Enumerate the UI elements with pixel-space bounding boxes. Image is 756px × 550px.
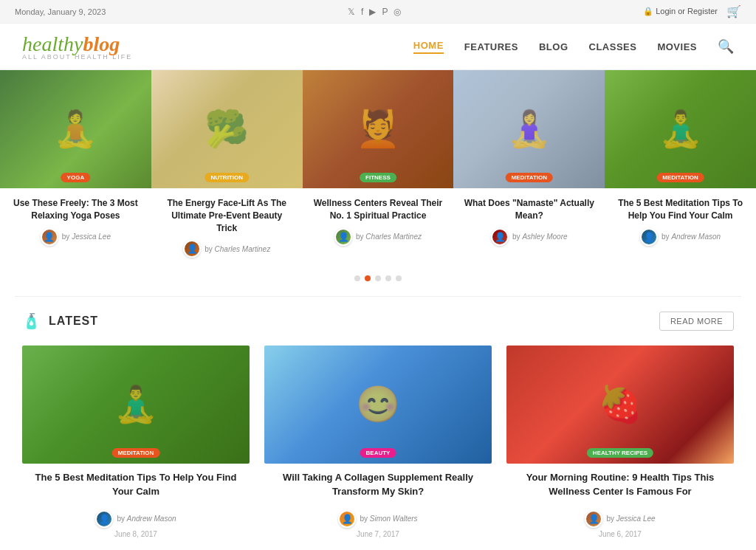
latest-img-visual-2: 😊 <box>264 346 492 464</box>
carousel-dots <box>0 264 756 296</box>
author-name-2: by Charles Martinez <box>205 245 270 253</box>
carousel-item-5[interactable]: 🧘‍♂️ MEDITATION The 5 Best Meditation Ti… <box>605 70 756 264</box>
carousel-content-1: Use These Freely: The 3 Most Relaxing Yo… <box>0 188 151 252</box>
latest-author-3: by Jessica Lee <box>606 515 655 523</box>
latest-img-visual-1: 🧘‍♂️ <box>22 346 250 464</box>
carousel-title-2: The Energy Face-Lift As The Ultimate Pre… <box>160 197 294 234</box>
latest-badge-2: BEAUTY <box>360 448 396 458</box>
avatar-1: 👤 <box>41 228 58 246</box>
carousel-items: 🧘 YOGA Use These Freely: The 3 Most Rela… <box>0 70 756 264</box>
dot-4[interactable] <box>385 275 391 281</box>
latest-date-1: June 8, 2017 <box>114 530 157 538</box>
carousel-img-1: 🧘 YOGA <box>0 70 151 188</box>
logo[interactable]: healthyblog ALL ABOUT HEALTH LIFE <box>22 32 132 61</box>
cart-icon[interactable]: 🛒 <box>726 4 741 18</box>
latest-card-content-1: The 5 Best Meditation Tips To Help You F… <box>22 464 250 543</box>
avatar-2: 👤 <box>183 240 201 258</box>
latest-img-visual-3: 🍓 <box>506 346 734 464</box>
latest-date-3: June 6, 2017 <box>599 530 642 538</box>
carousel-img-2: 🥦 NUTRITION <box>151 70 303 188</box>
login-link[interactable]: Login <box>656 7 676 16</box>
top-bar-right: 🔒 Login or Register 🛒 <box>643 4 741 18</box>
instagram-icon[interactable]: ◎ <box>394 7 401 17</box>
avatar-5: 👤 <box>640 228 658 246</box>
latest-avatar-2: 👤 <box>338 510 356 528</box>
category-badge-3: FITNESS <box>360 173 396 182</box>
author-row-5: 👤 by Andrew Mason <box>614 228 747 246</box>
carousel-img-3: 💆 FITNESS <box>303 70 454 188</box>
nav-home[interactable]: HOME <box>413 40 444 54</box>
author-name-4: by Ashley Moore <box>512 233 567 241</box>
category-badge-2: NUTRITION <box>205 173 249 182</box>
date-label: Monday, January 9, 2023 <box>15 7 106 16</box>
carousel-title-3: Wellness Centers Reveal Their No. 1 Spir… <box>312 197 445 222</box>
category-badge-5: MEDITATION <box>656 173 704 182</box>
dot-5[interactable] <box>396 275 402 281</box>
meditation2-img-visual: 🧘‍♂️ <box>605 70 756 188</box>
latest-card-meta-3: 👤 by Jessica Lee June 6, 2017 <box>509 506 731 538</box>
main-nav: HOME FEATURES BLOG CLASSES MOVIES 🔍 <box>413 38 734 55</box>
latest-card-1[interactable]: 🧘‍♂️ MEDITATION The 5 Best Meditation Ti… <box>22 346 250 543</box>
latest-card-content-2: Will Taking A Collagen Supplement Really… <box>264 464 492 543</box>
latest-card-meta-1: 👤 by Andrew Mason June 8, 2017 <box>25 506 247 538</box>
latest-card-img-1: 🧘‍♂️ MEDITATION <box>22 346 250 464</box>
top-bar: Monday, January 9, 2023 𝕏 f ▶ P ◎ 🔒 Logi… <box>0 0 756 24</box>
carousel-content-5: The 5 Best Meditation Tips To Help You F… <box>605 188 756 252</box>
latest-card-content-3: Your Morning Routine: 9 Health Tips This… <box>506 464 734 543</box>
author-name-3: by Charles Martinez <box>356 233 422 241</box>
author-row-2: 👤 by Charles Martinez <box>160 240 294 258</box>
latest-card-img-3: 🍓 HEALTHY RECIPES <box>506 346 734 464</box>
facebook-icon[interactable]: f <box>361 7 363 17</box>
carousel-title-5: The 5 Best Meditation Tips To Help You F… <box>614 197 747 222</box>
latest-date-2: June 7, 2017 <box>357 530 399 538</box>
carousel-item-1[interactable]: 🧘 YOGA Use These Freely: The 3 Most Rela… <box>0 70 151 264</box>
carousel-section: 🧘 YOGA Use These Freely: The 3 Most Rela… <box>0 70 756 296</box>
nav-features[interactable]: FEATURES <box>464 41 518 52</box>
register-link[interactable]: Register <box>687 7 718 16</box>
latest-header: 🧴 LATEST READ MORE <box>22 312 734 331</box>
logo-blog: blog <box>83 32 120 55</box>
author-row-4: 👤 by Ashley Moore <box>462 228 596 246</box>
author-row-1: 👤 by Jessica Lee <box>9 228 142 246</box>
author-row-3: 👤 by Charles Martinez <box>312 228 445 246</box>
latest-title: 🧴 LATEST <box>22 312 98 330</box>
logo-healthy: healthy <box>22 32 83 55</box>
search-button[interactable]: 🔍 <box>718 38 734 55</box>
carousel-img-5: 🧘‍♂️ MEDITATION <box>605 70 756 188</box>
latest-badge-1: MEDITATION <box>112 448 160 458</box>
latest-card-img-2: 😊 BEAUTY <box>264 346 492 464</box>
carousel-content-3: Wellness Centers Reveal Their No. 1 Spir… <box>303 188 454 252</box>
dot-3[interactable] <box>375 275 381 281</box>
nav-classes[interactable]: CLASSES <box>589 41 637 52</box>
latest-badge-3: HEALTHY RECIPES <box>587 448 653 458</box>
latest-author-1: by Andrew Mason <box>117 515 176 523</box>
author-name-1: by Jessica Lee <box>62 233 111 241</box>
youtube-icon[interactable]: ▶ <box>369 7 376 17</box>
carousel-content-2: The Energy Face-Lift As The Ultimate Pre… <box>151 188 303 264</box>
avatar-4: 👤 <box>491 228 509 246</box>
pinterest-icon[interactable]: P <box>382 7 388 17</box>
logo-sub: ALL ABOUT HEALTH LIFE <box>22 53 132 61</box>
nav-blog[interactable]: BLOG <box>539 41 568 52</box>
latest-card-3[interactable]: 🍓 HEALTHY RECIPES Your Morning Routine: … <box>506 346 734 543</box>
site-header: healthyblog ALL ABOUT HEALTH LIFE HOME F… <box>0 24 756 70</box>
avatar-3: 👤 <box>334 228 352 246</box>
latest-grid: 🧘‍♂️ MEDITATION The 5 Best Meditation Ti… <box>22 346 734 543</box>
twitter-icon[interactable]: 𝕏 <box>348 7 355 17</box>
latest-card-2[interactable]: 😊 BEAUTY Will Taking A Collagen Suppleme… <box>264 346 492 543</box>
latest-section: 🧴 LATEST READ MORE 🧘‍♂️ MEDITATION The 5… <box>0 297 756 550</box>
carousel-item-2[interactable]: 🥦 NUTRITION The Energy Face-Lift As The … <box>151 70 303 264</box>
carousel-title-1: Use These Freely: The 3 Most Relaxing Yo… <box>9 197 142 222</box>
meditation1-img-visual: 🧘‍♀️ <box>453 70 605 188</box>
nav-movies[interactable]: MOVIES <box>657 41 697 52</box>
auth-links: 🔒 Login or Register <box>643 7 718 16</box>
yoga-img-visual: 🧘 <box>0 70 151 188</box>
dot-2[interactable] <box>365 275 371 281</box>
carousel-item-3[interactable]: 💆 FITNESS Wellness Centers Reveal Their … <box>303 70 454 264</box>
nutrition-img-visual: 🥦 <box>151 70 303 188</box>
latest-card-title-2: Will Taking A Collagen Supplement Really… <box>267 471 489 498</box>
carousel-item-4[interactable]: 🧘‍♀️ MEDITATION What Does "Namaste" Actu… <box>453 70 605 264</box>
latest-avatar-3: 👤 <box>585 510 602 528</box>
dot-1[interactable] <box>354 275 360 281</box>
read-more-button[interactable]: READ MORE <box>659 312 734 331</box>
